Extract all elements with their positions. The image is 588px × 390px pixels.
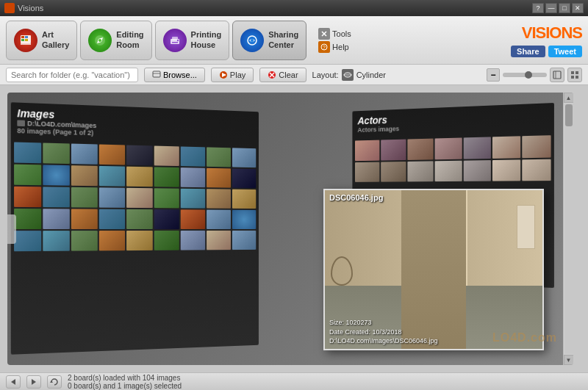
thumb-5[interactable]	[127, 145, 153, 166]
thumb-39[interactable]	[71, 231, 98, 251]
thumb-14[interactable]	[127, 167, 153, 187]
svg-marker-32	[32, 379, 36, 385]
actor-6[interactable]	[492, 136, 520, 158]
thumb-17[interactable]	[207, 168, 231, 188]
thumb-16[interactable]	[180, 167, 205, 187]
actor-4[interactable]	[435, 137, 462, 159]
svg-rect-9	[172, 37, 178, 40]
nav-back-button[interactable]	[6, 375, 21, 389]
thumb-1[interactable]	[14, 142, 41, 163]
nav-editing-room[interactable]: Editing Room	[80, 21, 151, 60]
thumb-45[interactable]	[232, 231, 256, 250]
thumb-40[interactable]	[99, 231, 125, 250]
thumb-38[interactable]	[43, 231, 70, 251]
thumb-6[interactable]	[154, 146, 179, 167]
thumb-43[interactable]	[180, 231, 205, 250]
thumb-42[interactable]	[154, 231, 179, 250]
scroll-thumb[interactable]	[565, 104, 573, 126]
thumb-37[interactable]	[14, 231, 41, 251]
close-button[interactable]: ✕	[572, 3, 584, 13]
minimize-button[interactable]: —	[545, 3, 557, 13]
printing-house-icon	[163, 29, 187, 52]
actor-5[interactable]	[463, 137, 490, 159]
thumb-9[interactable]	[232, 148, 256, 167]
thumb-3[interactable]	[71, 144, 98, 165]
actor-7[interactable]	[522, 135, 551, 158]
svg-rect-30	[576, 76, 578, 79]
actor-12[interactable]	[463, 160, 490, 181]
nav-refresh-button[interactable]	[47, 375, 62, 389]
thumb-34[interactable]	[180, 209, 205, 229]
nav-art-gallery[interactable]: Art Gallery	[6, 21, 77, 60]
scroll-down-button[interactable]: ▼	[564, 355, 574, 365]
scroll-track[interactable]	[564, 104, 573, 354]
thumb-15[interactable]	[154, 167, 179, 187]
grid-view-button[interactable]	[567, 68, 582, 82]
actor-14[interactable]	[522, 159, 551, 181]
thumb-35[interactable]	[207, 210, 231, 229]
svg-point-11	[176, 39, 178, 40]
thumb-2[interactable]	[43, 143, 70, 165]
thumb-28[interactable]	[14, 209, 41, 229]
zoom-out-button[interactable]: −	[487, 68, 500, 82]
thumb-13[interactable]	[99, 166, 125, 187]
facebook-share-button[interactable]: Share	[511, 46, 545, 57]
scroll-up-button[interactable]: ▲	[564, 93, 574, 103]
gallery-3d[interactable]: Images D:\LO4D.com\Images 80 images (Pag…	[7, 93, 573, 365]
thumb-21[interactable]	[71, 187, 98, 208]
actor-13[interactable]	[492, 159, 520, 181]
play-button[interactable]: Play	[211, 68, 254, 82]
thumb-23[interactable]	[127, 188, 153, 208]
twitter-tweet-button[interactable]: Tweet	[548, 46, 582, 57]
actor-1[interactable]	[355, 140, 380, 161]
thumb-7[interactable]	[180, 146, 205, 166]
thumb-30[interactable]	[71, 209, 98, 229]
app-icon	[4, 3, 15, 13]
actor-11[interactable]	[435, 160, 462, 181]
thumb-24[interactable]	[154, 188, 179, 208]
thumb-8[interactable]	[207, 147, 231, 167]
layout-section: Layout: Cylinder	[312, 69, 386, 81]
thumb-11[interactable]	[43, 165, 70, 185]
zoom-slider[interactable]	[503, 73, 547, 77]
thumb-41[interactable]	[127, 231, 153, 250]
fullscreen-button[interactable]	[550, 68, 564, 82]
thumb-32[interactable]	[127, 209, 153, 229]
thumb-29[interactable]	[43, 209, 70, 229]
thumb-12[interactable]	[71, 165, 98, 186]
thumb-31[interactable]	[99, 209, 125, 229]
thumb-33[interactable]	[154, 209, 179, 229]
thumb-4[interactable]	[99, 145, 125, 165]
nav-forward-button[interactable]	[26, 375, 41, 389]
maximize-button[interactable]: □	[559, 3, 570, 13]
clear-button[interactable]: Clear	[259, 68, 306, 82]
thumb-19[interactable]	[14, 187, 41, 207]
actor-8[interactable]	[355, 162, 380, 182]
nav-sharing-center[interactable]: Sharing Center	[232, 21, 306, 60]
thumb-18[interactable]	[232, 168, 256, 188]
thumb-26[interactable]	[207, 189, 231, 209]
thumb-25[interactable]	[180, 189, 205, 209]
scroll-handle-left[interactable]	[7, 214, 16, 244]
browse-button[interactable]: Browse...	[144, 68, 205, 82]
app-logo: VISIONS	[522, 24, 582, 43]
actor-3[interactable]	[408, 139, 434, 160]
left-panel: Images D:\LO4D.com\Images 80 images (Pag…	[11, 102, 259, 355]
actor-2[interactable]	[381, 140, 406, 161]
thumb-20[interactable]	[43, 187, 70, 207]
thumb-27[interactable]	[232, 189, 256, 209]
nav-printing-house[interactable]: Printing House	[155, 21, 230, 60]
thumb-36[interactable]	[232, 210, 256, 229]
help-icon: ?	[318, 41, 330, 53]
actor-9[interactable]	[381, 162, 406, 182]
thumb-10[interactable]	[14, 165, 41, 186]
help-link[interactable]: ? Help	[318, 41, 351, 53]
thumb-44[interactable]	[207, 231, 231, 250]
left-panel-grid	[11, 139, 259, 254]
tools-button[interactable]: Tools	[318, 28, 351, 40]
actor-10[interactable]	[408, 161, 434, 182]
thumb-22[interactable]	[99, 187, 125, 208]
search-input[interactable]	[6, 68, 138, 82]
help-button[interactable]: ?	[532, 3, 544, 13]
toolbar-tools: Tools ? Help	[318, 28, 351, 53]
